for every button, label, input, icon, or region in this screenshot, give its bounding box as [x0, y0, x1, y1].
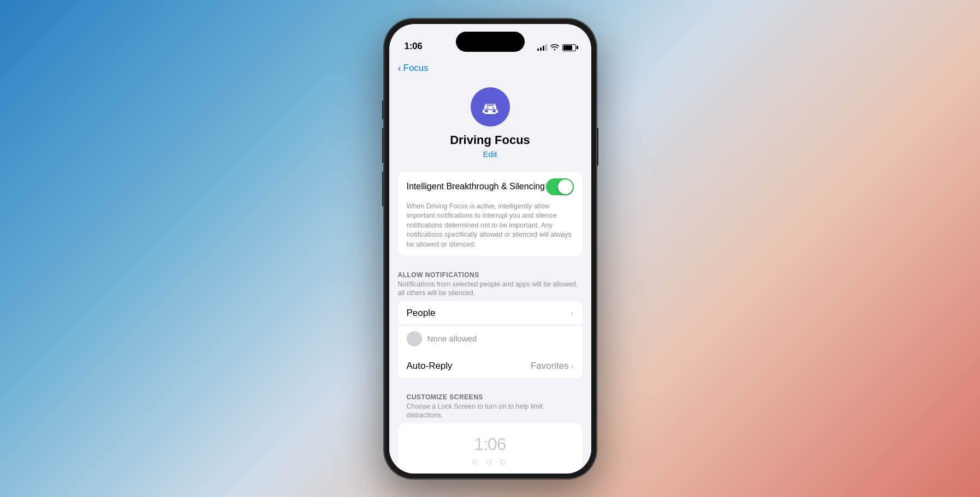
allow-notifications-subtitle: Notifications from selected people and a… [398, 280, 583, 298]
phone-wrapper: 1:06 [384, 19, 597, 479]
customize-screens-title: CUSTOMIZE SCREENS [407, 393, 574, 401]
signal-bar-2 [540, 47, 542, 51]
focus-edit-button[interactable]: Edit [483, 149, 497, 159]
lock-screen-preview[interactable]: 1:06 ○ ○ ○ [398, 423, 583, 474]
customize-screens-section: 1:06 ○ ○ ○ [398, 423, 583, 474]
intelligent-card: Intelligent Breakthrough & Silencing Whe… [398, 172, 583, 256]
lock-preview-content: 1:06 ○ ○ ○ [461, 423, 519, 474]
auto-reply-row[interactable]: Auto-Reply Favorites › [398, 354, 583, 378]
battery-fill [563, 45, 573, 50]
svg-rect-1 [492, 110, 496, 112]
allow-notifications-section: People › None allowed [398, 301, 583, 379]
auto-reply-chevron-icon: › [571, 362, 574, 370]
toggle-knob [558, 179, 573, 194]
none-allowed-row: None allowed [398, 326, 583, 354]
person-avatar-icon [407, 331, 422, 346]
people-chevron-icon: › [571, 309, 574, 318]
svg-rect-0 [485, 110, 488, 112]
driving-car-icon [479, 96, 501, 118]
dynamic-island [456, 32, 525, 52]
people-row[interactable]: People › [398, 301, 583, 326]
allow-notifications-card: People › None allowed [398, 301, 583, 379]
phone-frame: 1:06 [384, 19, 597, 479]
screen-content: ‹ Focus [389, 56, 591, 474]
focus-title: Driving Focus [450, 133, 530, 147]
toggle-label: Intelligent Breakthrough & Silencing [407, 182, 546, 191]
status-time: 1:06 [405, 41, 423, 52]
auto-reply-value: Favorites › [531, 361, 574, 372]
lock-preview-dots: ○ ○ ○ [472, 456, 508, 468]
customize-screens-header: CUSTOMIZE SCREENS Choose a Lock Screen t… [398, 382, 583, 423]
people-label: People [407, 308, 436, 319]
lock-preview-time: 1:06 [474, 434, 506, 454]
signal-icon [537, 44, 547, 51]
toggle-row: Intelligent Breakthrough & Silencing [398, 172, 583, 202]
allow-notifications-title: ALLOW NOTIFICATIONS [398, 271, 583, 279]
allow-notifications-header: ALLOW NOTIFICATIONS Notifications from s… [389, 260, 591, 301]
signal-bar-1 [537, 49, 539, 51]
intelligent-description: When Driving Focus is active, intelligen… [398, 202, 583, 256]
intelligent-section: Intelligent Breakthrough & Silencing Whe… [398, 172, 583, 256]
customize-screens-subtitle: Choose a Lock Screen to turn on to help … [407, 402, 574, 420]
wifi-icon [550, 44, 559, 52]
battery-icon [562, 44, 576, 51]
intelligent-toggle[interactable] [546, 178, 574, 195]
auto-reply-label: Auto-Reply [407, 361, 453, 372]
phone-screen: 1:06 [389, 24, 591, 474]
signal-bar-3 [543, 46, 544, 51]
focus-header: Driving Focus Edit [389, 79, 591, 172]
none-allowed-text: None allowed [427, 334, 477, 343]
back-chevron-icon: ‹ [398, 63, 401, 74]
auto-reply-value-text: Favorites [531, 361, 569, 372]
back-button[interactable]: ‹ Focus [389, 56, 591, 79]
back-label: Focus [403, 63, 429, 74]
signal-bar-4 [545, 44, 547, 51]
people-value: › [571, 309, 574, 318]
focus-icon-circle [471, 87, 510, 127]
status-icons [537, 44, 576, 52]
